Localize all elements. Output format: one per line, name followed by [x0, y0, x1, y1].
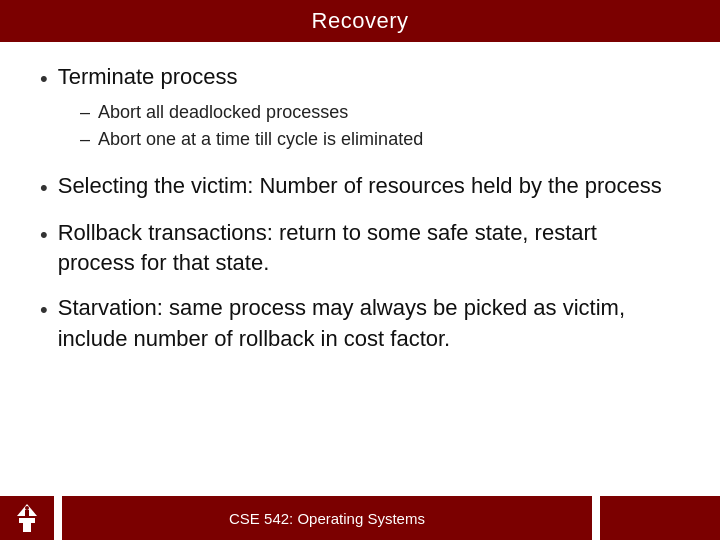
footer-gap-right: [592, 496, 600, 540]
slide-content: • Terminate process – Abort all deadlock…: [0, 42, 720, 496]
sub-bullet-1-2: – Abort one at a time till cycle is elim…: [80, 126, 680, 153]
footer-right-block: [600, 496, 720, 540]
svg-point-3: [25, 506, 29, 510]
bullet-text-1: Terminate process: [58, 62, 238, 93]
bullet-text-4: Starvation: same process may always be p…: [58, 293, 680, 355]
bullet-dot-2: •: [40, 173, 48, 204]
bullet-2: • Selecting the victim: Number of resour…: [40, 171, 680, 204]
sub-dash-1: –: [80, 99, 90, 126]
slide-title: Recovery: [0, 0, 720, 42]
bullet-dot-1: •: [40, 64, 48, 95]
svg-rect-1: [19, 518, 35, 523]
footer-logo: [0, 496, 54, 540]
footer-course-text: CSE 542: Operating Systems: [229, 510, 425, 527]
bullet-text-2: Selecting the victim: Number of resource…: [58, 171, 662, 202]
slide: Recovery • Terminate process – Abort all…: [0, 0, 720, 540]
svg-rect-4: [25, 510, 29, 516]
bullet-section-4: • Starvation: same process may always be…: [40, 293, 680, 359]
bullet-section-3: • Rollback transactions: return to some …: [40, 218, 680, 284]
footer-center: CSE 542: Operating Systems: [62, 496, 592, 540]
bullet-dot-4: •: [40, 295, 48, 326]
sub-text-1-2: Abort one at a time till cycle is elimin…: [98, 126, 423, 153]
bullet-section-1: • Terminate process – Abort all deadlock…: [40, 62, 680, 161]
bullet-3: • Rollback transactions: return to some …: [40, 218, 680, 280]
bullet-4: • Starvation: same process may always be…: [40, 293, 680, 355]
sub-dash-2: –: [80, 126, 90, 153]
footer: CSE 542: Operating Systems: [0, 496, 720, 540]
logo-icon: [9, 500, 45, 536]
footer-gap-left: [54, 496, 62, 540]
bullet-section-2: • Selecting the victim: Number of resour…: [40, 171, 680, 208]
sub-bullets-1: – Abort all deadlocked processes – Abort…: [80, 99, 680, 153]
title-text: Recovery: [312, 8, 409, 33]
sub-text-1-1: Abort all deadlocked processes: [98, 99, 348, 126]
bullet-1: • Terminate process: [40, 62, 680, 95]
sub-bullet-1-1: – Abort all deadlocked processes: [80, 99, 680, 126]
bullet-text-3: Rollback transactions: return to some sa…: [58, 218, 680, 280]
svg-rect-0: [23, 522, 31, 532]
bullet-dot-3: •: [40, 220, 48, 251]
